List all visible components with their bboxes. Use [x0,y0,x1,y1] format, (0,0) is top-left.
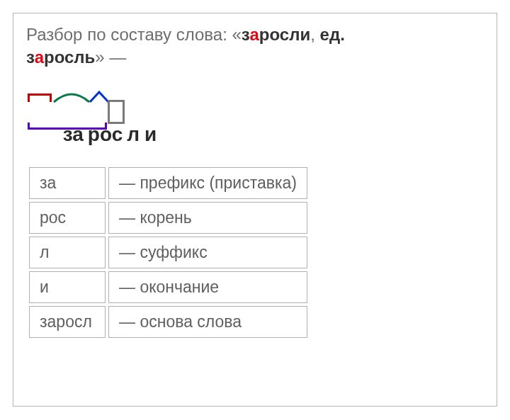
trailing-dash: — [109,47,126,67]
description-cell: — окончание [108,271,307,303]
cell-dash: — [119,312,135,331]
morpheme-cell: заросл [29,306,106,338]
title-lead: Разбор по составу слова: « [26,25,242,44]
table-row: за — префикс (приставка) [29,167,307,199]
table-row: рос — корень [29,202,307,234]
table-row: и — окончание [29,271,307,303]
cell-desc: корень [140,208,191,227]
word1-post: росли [259,25,310,44]
word1-pre: з [242,25,250,44]
cell-dash: — [119,174,135,192]
cell-desc: суффикс [140,243,207,261]
cell-dash: — [119,243,135,261]
description-cell: — корень [108,202,307,234]
cell-desc: основа слова [140,312,242,331]
description-cell: — префикс (приставка) [108,167,307,199]
diagram-text: заросли [28,101,159,169]
close-quote: » [95,47,109,67]
morpheme-cell: за [29,167,106,199]
diagram-prefix: за [61,123,86,145]
title-line: Разбор по составу слова: «заросли, ед. з… [26,23,484,69]
description-cell: — основа слова [108,306,307,338]
title-comma: , [310,25,319,44]
morpheme-table: за — префикс (приставка) рос — корень л … [26,164,310,341]
word2-highlight: а [35,47,44,67]
morpheme-cell: л [29,237,106,268]
word2-pre: з [26,47,35,67]
word1-highlight: а [249,25,259,44]
analysis-panel: Разбор по составу слова: «заросли, ед. з… [13,13,497,407]
title-unit: ед. [320,25,345,44]
diagram-root: рос [86,123,125,145]
morpheme-cell: и [29,271,106,303]
word2-post: росль [44,47,95,67]
table-row: заросл — основа слова [29,306,307,338]
cell-dash: — [119,208,135,227]
table-row: л — суффикс [29,237,307,268]
cell-dash: — [119,278,135,296]
diagram-suffix: л [125,123,142,145]
cell-desc: окончание [140,278,219,296]
morpheme-diagram: заросли [28,91,484,132]
description-cell: — суффикс [108,237,307,268]
diagram-ending: и [142,123,159,145]
morpheme-cell: рос [29,202,106,234]
cell-desc: префикс (приставка) [140,174,297,192]
